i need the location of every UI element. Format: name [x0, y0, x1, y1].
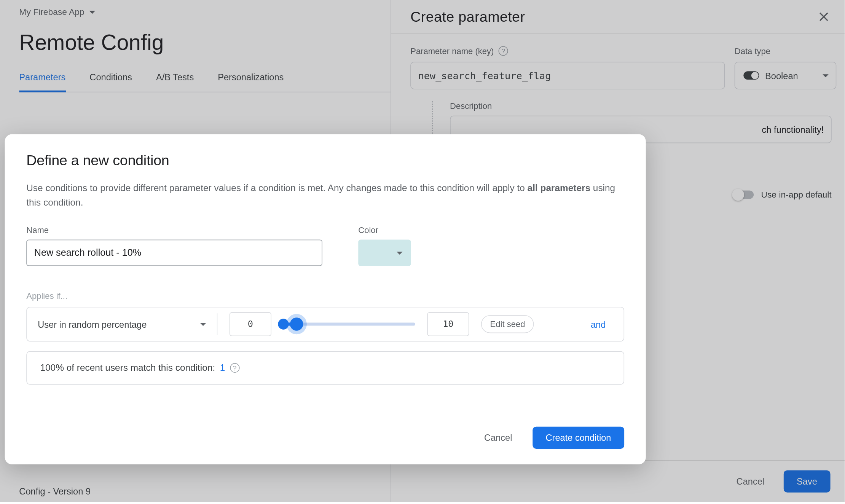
percentage-low-input[interactable]	[230, 312, 271, 336]
help-icon[interactable]: ?	[230, 363, 239, 373]
create-condition-button[interactable]: Create condition	[533, 427, 624, 449]
chevron-down-icon	[200, 323, 206, 326]
condition-color-label: Color	[358, 225, 411, 235]
dialog-intro-bold: all parameters	[528, 183, 590, 193]
chevron-down-icon	[397, 251, 403, 254]
condition-color-select[interactable]	[358, 240, 411, 266]
match-text: 100% of recent users match this conditio…	[40, 362, 215, 373]
rule-type-value: User in random percentage	[38, 319, 147, 329]
edit-seed-button[interactable]: Edit seed	[481, 315, 534, 333]
define-condition-dialog: Define a new condition Use conditions to…	[5, 134, 646, 464]
dialog-intro: Use conditions to provide different para…	[26, 181, 624, 210]
dialog-title: Define a new condition	[26, 152, 624, 169]
percentage-high-input[interactable]	[427, 312, 469, 336]
rule-type-select[interactable]: User in random percentage	[38, 313, 217, 335]
condition-name-input[interactable]	[26, 240, 322, 266]
slider-handle-low[interactable]	[278, 319, 289, 329]
slider-handle-high[interactable]	[290, 317, 303, 331]
dialog-intro-part1: Use conditions to provide different para…	[26, 183, 527, 193]
dialog-cancel-button[interactable]: Cancel	[477, 428, 519, 448]
percentage-slider[interactable]	[284, 318, 415, 330]
match-count: 1	[220, 362, 225, 373]
condition-name-label: Name	[26, 225, 322, 235]
match-summary: 100% of recent users match this conditio…	[26, 351, 624, 384]
applies-if-label: Applies if...	[26, 291, 624, 301]
add-and-rule[interactable]: and	[591, 319, 606, 329]
condition-rule-row: User in random percentage Edit seed and	[26, 307, 624, 341]
